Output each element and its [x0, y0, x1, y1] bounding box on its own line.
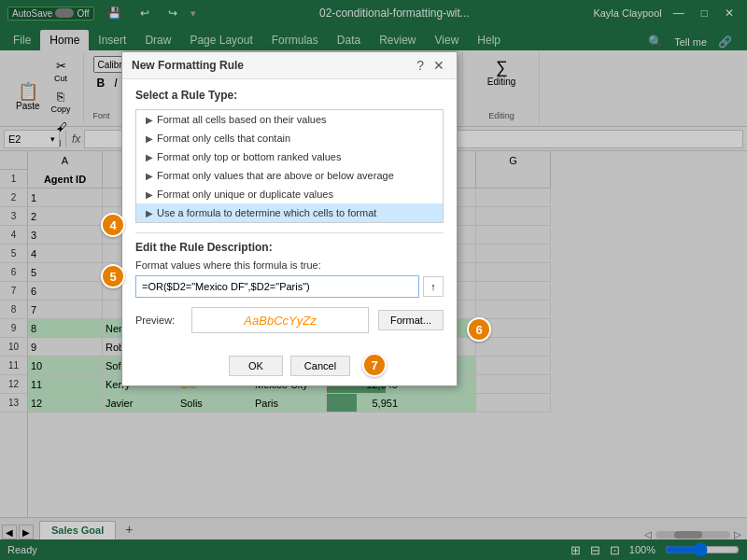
rule-type-item-2[interactable]: ▶ Format only top or bottom ranked value…: [136, 147, 443, 166]
rule-arrow-icon: ▶: [146, 115, 153, 125]
preview-box: AaBbCcYyZz: [191, 307, 369, 333]
rule-type-item-0[interactable]: ▶ Format all cells based on their values: [136, 110, 443, 129]
formatting-rule-dialog: New Formatting Rule ? ✕ Select a Rule Ty…: [121, 51, 458, 386]
rule-arrow-icon: ▶: [146, 208, 153, 218]
preview-row: Preview: AaBbCcYyZz Format...: [135, 307, 444, 333]
rule-type-item-1[interactable]: ▶ Format only cells that contain: [136, 129, 443, 147]
formula-true-input[interactable]: [135, 275, 419, 298]
dialog-title: New Formatting Rule: [132, 59, 244, 72]
rule-arrow-icon: ▶: [146, 152, 153, 162]
dialog-help-button[interactable]: ?: [414, 58, 427, 73]
cancel-button[interactable]: Cancel: [290, 356, 350, 376]
formula-desc-label: Format values where this formula is true…: [135, 259, 444, 271]
ok-button[interactable]: OK: [229, 356, 283, 376]
dialog-title-bar: New Formatting Rule ? ✕: [122, 52, 457, 79]
step-badge-6: 6: [467, 317, 491, 342]
rule-type-list: ▶ Format all cells based on their values…: [135, 109, 444, 223]
dialog-controls: ? ✕: [414, 58, 447, 73]
step-badge-5: 5: [101, 264, 125, 288]
dialog-body: Select a Rule Type: ▶ Format all cells b…: [122, 79, 457, 350]
dialog-footer: OK Cancel: [122, 350, 457, 385]
step-badge-7: 7: [362, 353, 387, 377]
rule-desc-label: Edit the Rule Description:: [135, 232, 444, 254]
rule-arrow-icon: ▶: [146, 133, 153, 144]
formula-collapse-button[interactable]: ↑: [423, 276, 444, 297]
rule-type-item-3[interactable]: ▶ Format only values that are above or b…: [136, 166, 443, 185]
rule-arrow-icon: ▶: [146, 189, 153, 200]
rule-type-item-4[interactable]: ▶ Format only unique or duplicate values: [136, 185, 443, 203]
preview-label: Preview:: [135, 315, 182, 326]
formula-input-row: ↑: [135, 275, 444, 298]
dialog-close-button[interactable]: ✕: [430, 58, 447, 73]
format-button[interactable]: Format...: [378, 310, 444, 330]
rule-arrow-icon: ▶: [146, 171, 153, 181]
preview-text: AaBbCcYyZz: [244, 314, 316, 328]
step-badge-4: 4: [101, 213, 125, 237]
select-rule-label: Select a Rule Type:: [135, 89, 444, 102]
rule-type-item-5[interactable]: ▶ Use a formula to determine which cells…: [136, 203, 443, 222]
